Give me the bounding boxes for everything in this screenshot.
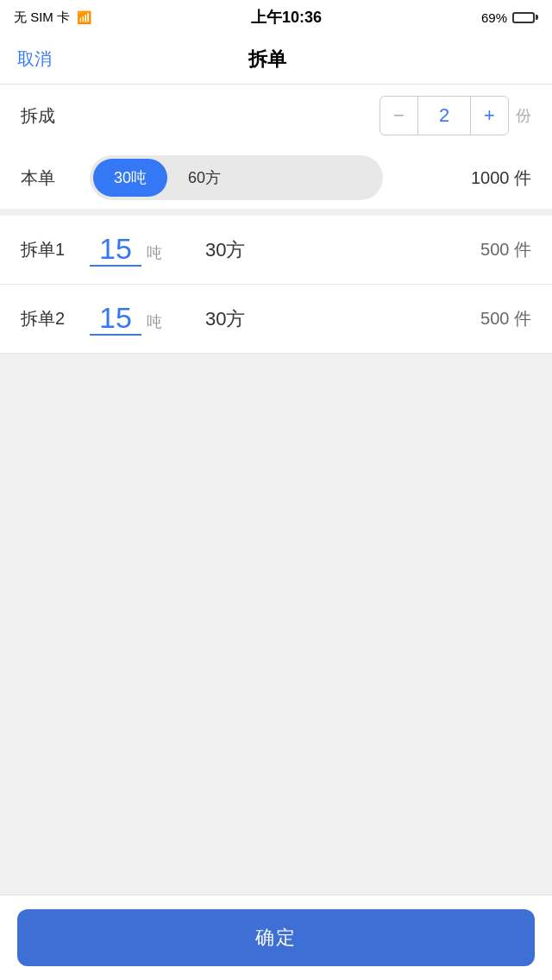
- split-row-2-label: 拆单2: [21, 307, 90, 330]
- cancel-button[interactable]: 取消: [17, 47, 52, 71]
- battery-percent: 69%: [481, 10, 507, 25]
- sim-text: 无 SIM 卡: [14, 9, 70, 26]
- nav-bar: 取消 拆单: [0, 35, 552, 85]
- battery-icon: [512, 12, 538, 23]
- status-time: 上午10:36: [251, 7, 322, 28]
- status-left: 无 SIM 卡 📶: [14, 9, 91, 26]
- split-row-1-right: 500 件: [480, 238, 531, 261]
- split-row-2-right: 500 件: [480, 307, 531, 330]
- current-order-label: 本单: [21, 166, 90, 190]
- split-count-row: 拆成 − 2 + 份: [21, 85, 531, 147]
- split-row-2: 拆单2 15 吨 30方 500 件: [0, 285, 552, 354]
- split-row-1-middle: 30方: [205, 237, 245, 263]
- content-area: 拆成 − 2 + 份 本单 30吨 60方: [0, 85, 552, 209]
- split-count-label: 拆成: [21, 104, 90, 128]
- split-row-2-value[interactable]: 15: [90, 303, 141, 336]
- split-row-1-value-box: 15 吨: [90, 234, 162, 267]
- page-title: 拆单: [248, 47, 286, 72]
- split-row-2-unit: 吨: [147, 311, 162, 336]
- wifi-icon: 📶: [77, 10, 91, 24]
- stepper-value: 2: [418, 104, 470, 127]
- split-row-1: 拆单1 15 吨 30方 500 件: [0, 216, 552, 285]
- split-row-1-label: 拆单1: [21, 238, 90, 261]
- stepper-unit: 份: [516, 105, 531, 126]
- split-row-1-unit: 吨: [147, 242, 162, 267]
- current-order-row: 本单 30吨 60方 1000 件: [21, 147, 531, 209]
- stepper-minus-button[interactable]: −: [380, 97, 418, 135]
- split-row-2-value-box: 15 吨: [90, 303, 162, 336]
- status-right: 69%: [481, 10, 538, 25]
- split-row-1-value[interactable]: 15: [90, 234, 141, 267]
- toggle-option-ton[interactable]: 30吨: [93, 159, 167, 197]
- status-bar: 无 SIM 卡 📶 上午10:36 69%: [0, 0, 552, 35]
- current-order-section: 本单 30吨 60方 1000 件: [0, 147, 552, 209]
- split-count-content: − 2 + 份: [90, 96, 531, 135]
- split-row-2-middle: 30方: [205, 306, 245, 332]
- confirm-bar: 确定: [0, 895, 552, 980]
- stepper: − 2 +: [380, 96, 509, 135]
- toggle-group: 30吨 60方: [90, 155, 383, 200]
- confirm-button[interactable]: 确定: [17, 909, 535, 966]
- toggle-option-cubic[interactable]: 60方: [167, 159, 242, 197]
- split-count-section: 拆成 − 2 + 份: [0, 85, 552, 147]
- gray-area: [0, 354, 552, 895]
- current-order-content: 30吨 60方 1000 件: [90, 155, 531, 200]
- stepper-plus-button[interactable]: +: [470, 97, 508, 135]
- current-order-pieces: 1000 件: [471, 166, 531, 190]
